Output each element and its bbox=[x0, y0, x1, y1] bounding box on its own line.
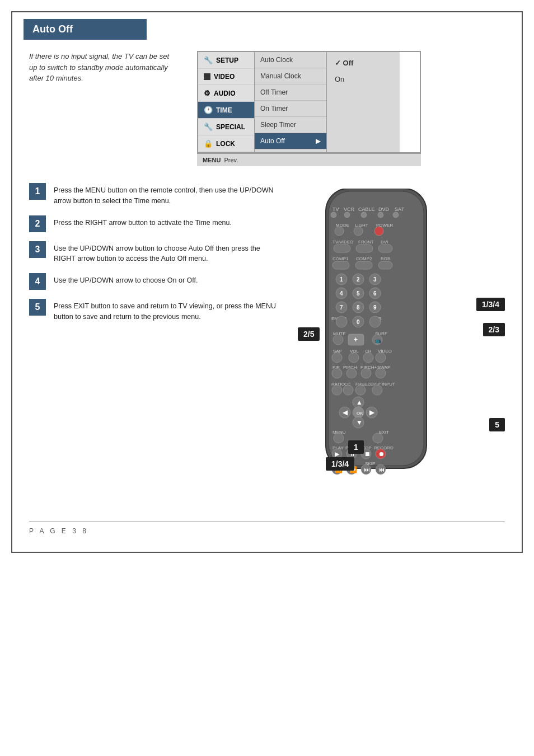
svg-text:DVD: DVD bbox=[378, 206, 390, 212]
special-icon: 🔧 bbox=[204, 123, 213, 131]
svg-point-9 bbox=[361, 212, 367, 218]
svg-text:6: 6 bbox=[373, 290, 377, 297]
step-5-number: 5 bbox=[29, 299, 46, 316]
step-5: 5 Press EXIT button to save and return t… bbox=[29, 299, 281, 322]
menu-submenu: Auto Clock Manual Clock Off Timer On Tim… bbox=[254, 52, 327, 152]
svg-text:RGB: RGB bbox=[381, 256, 390, 261]
step-4-number: 4 bbox=[29, 273, 46, 290]
description-text: If there is no input signal, the TV can … bbox=[29, 51, 175, 166]
remote-svg: TV VCR CABLE DVD SAT MODE LIGHT POWER bbox=[292, 189, 494, 502]
svg-text:9: 9 bbox=[373, 304, 377, 311]
svg-point-56 bbox=[333, 335, 343, 345]
svg-text:COMP1: COMP1 bbox=[332, 256, 349, 261]
arrow-right-icon: ▶ bbox=[316, 137, 321, 145]
svg-text:⏮: ⏮ bbox=[378, 466, 385, 473]
square-icon bbox=[204, 73, 210, 80]
svg-point-76 bbox=[376, 368, 386, 378]
svg-point-73 bbox=[332, 368, 342, 378]
gear-icon: ⚙ bbox=[204, 89, 210, 97]
menu-mockup: 🔧 SETUP VIDEO ⚙ AUDIO 🕐 bbox=[197, 51, 421, 153]
remote-diagram: TV VCR CABLE DVD SAT MODE LIGHT POWER bbox=[292, 183, 505, 504]
step-1-text: Press the MENU button on the remote cont… bbox=[54, 183, 281, 206]
svg-rect-21 bbox=[334, 245, 350, 252]
svg-text:COMP2: COMP2 bbox=[356, 256, 372, 261]
step-2-number: 2 bbox=[29, 215, 46, 232]
svg-text:TV/VIDEO: TV/VIDEO bbox=[332, 240, 353, 245]
svg-text:CABLE: CABLE bbox=[358, 206, 375, 212]
svg-rect-27 bbox=[332, 261, 349, 269]
svg-text:5: 5 bbox=[357, 290, 360, 297]
menu-options: ✓ Off On bbox=[327, 52, 400, 152]
callout-badge-5-right: 5 bbox=[489, 418, 505, 431]
wrench-icon: 🔧 bbox=[204, 56, 213, 64]
svg-text:▼: ▼ bbox=[356, 419, 363, 426]
svg-text:VCR: VCR bbox=[344, 206, 355, 212]
svg-point-98 bbox=[373, 433, 383, 443]
svg-text:⏺: ⏺ bbox=[378, 450, 385, 457]
callout-badge-1-3-4-bottom: 1/3/4 bbox=[326, 457, 354, 471]
svg-point-81 bbox=[332, 385, 342, 395]
menu-option-off: ✓ Off bbox=[327, 55, 400, 71]
svg-point-49 bbox=[336, 316, 347, 327]
step-3-text: Use the UP/DOWN arrow button to choose A… bbox=[54, 241, 281, 265]
svg-text:1: 1 bbox=[340, 276, 343, 283]
svg-point-68 bbox=[376, 353, 386, 363]
svg-text:2: 2 bbox=[357, 276, 360, 283]
page-footer: P A G E 3 8 bbox=[29, 521, 505, 535]
svg-point-7 bbox=[331, 212, 336, 218]
svg-text:▲: ▲ bbox=[356, 398, 363, 406]
menu-audio: ⚙ AUDIO bbox=[198, 85, 254, 102]
svg-point-74 bbox=[346, 368, 357, 378]
svg-text:0: 0 bbox=[357, 319, 360, 325]
svg-text:◀: ◀ bbox=[343, 408, 348, 416]
callout-badge-1-3-4-right: 1/3/4 bbox=[476, 298, 505, 311]
menu-setup: 🔧 SETUP bbox=[198, 52, 254, 69]
svg-point-17 bbox=[374, 227, 383, 236]
menu-categories: 🔧 SETUP VIDEO ⚙ AUDIO 🕐 bbox=[198, 52, 254, 152]
callout-badge-1: 1 bbox=[348, 440, 364, 454]
page-number: P A G E 3 8 bbox=[29, 527, 88, 535]
svg-rect-29 bbox=[378, 261, 392, 269]
menu-time: 🕐 TIME bbox=[198, 102, 254, 119]
svg-text:DVI: DVI bbox=[381, 240, 388, 245]
step-4: 4 Use the UP/DOWN arrow to choose On or … bbox=[29, 273, 281, 290]
svg-text:⏭: ⏭ bbox=[364, 466, 370, 473]
svg-text:3: 3 bbox=[373, 276, 377, 283]
svg-point-83 bbox=[355, 385, 366, 395]
svg-text:▶: ▶ bbox=[369, 408, 375, 416]
step-5-text: Press EXIT button to save and return to … bbox=[54, 299, 281, 322]
step-1: 1 Press the MENU button on the remote co… bbox=[29, 183, 281, 206]
svg-text:8: 8 bbox=[357, 304, 360, 311]
svg-text:⏹: ⏹ bbox=[364, 450, 371, 457]
callout-badge-2-5: 2/5 bbox=[298, 327, 320, 341]
menu-auto-off: Auto Off ▶ bbox=[255, 133, 326, 149]
menu-special: 🔧 SPECIAL bbox=[198, 119, 254, 135]
page-container: Auto Off If there is no input signal, th… bbox=[11, 11, 523, 553]
svg-text:7: 7 bbox=[340, 304, 343, 311]
svg-text:OK: OK bbox=[357, 411, 363, 416]
menu-video: VIDEO bbox=[198, 69, 254, 85]
step-4-text: Use the UP/DOWN arrow to choose On or Of… bbox=[54, 273, 198, 286]
callout-badge-2-3-right: 2/3 bbox=[483, 323, 505, 336]
top-section: If there is no input signal, the TV can … bbox=[29, 51, 505, 166]
step-1-number: 1 bbox=[29, 183, 46, 200]
svg-point-67 bbox=[363, 353, 373, 363]
svg-point-75 bbox=[361, 368, 371, 378]
step-3-number: 3 bbox=[29, 241, 46, 258]
remote-svg-container: TV VCR CABLE DVD SAT MODE LIGHT POWER bbox=[292, 189, 505, 504]
menu-on-timer: On Timer bbox=[255, 101, 326, 117]
lock-icon: 🔒 bbox=[204, 139, 213, 148]
step-2: 2 Press the RIGHT arrow button to activa… bbox=[29, 215, 281, 232]
svg-point-16 bbox=[354, 227, 363, 236]
step-2-text: Press the RIGHT arrow button to activate… bbox=[54, 215, 232, 228]
svg-point-97 bbox=[334, 433, 344, 443]
menu-off-timer: Off Timer bbox=[255, 84, 326, 101]
svg-point-10 bbox=[378, 212, 383, 218]
svg-point-11 bbox=[393, 212, 399, 218]
svg-text:SAT: SAT bbox=[395, 206, 404, 212]
menu-auto-clock: Auto Clock bbox=[255, 52, 326, 68]
svg-point-66 bbox=[349, 353, 359, 363]
svg-text:FRONT: FRONT bbox=[358, 240, 374, 245]
steps-list: 1 Press the MENU button on the remote co… bbox=[29, 183, 281, 504]
svg-text:4: 4 bbox=[340, 290, 343, 297]
